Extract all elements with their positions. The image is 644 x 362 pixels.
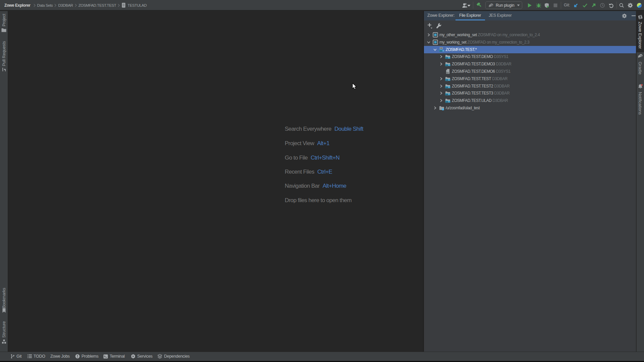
svg-text:DS: DS: [439, 49, 442, 52]
svg-text:DS: DS: [445, 101, 448, 103]
svg-text:DS: DS: [445, 57, 448, 59]
svg-text:DS: DS: [445, 86, 448, 88]
svg-text:DS: DS: [445, 64, 448, 66]
svg-text:DS: DS: [445, 78, 448, 81]
svg-text:DS: DS: [445, 93, 448, 96]
